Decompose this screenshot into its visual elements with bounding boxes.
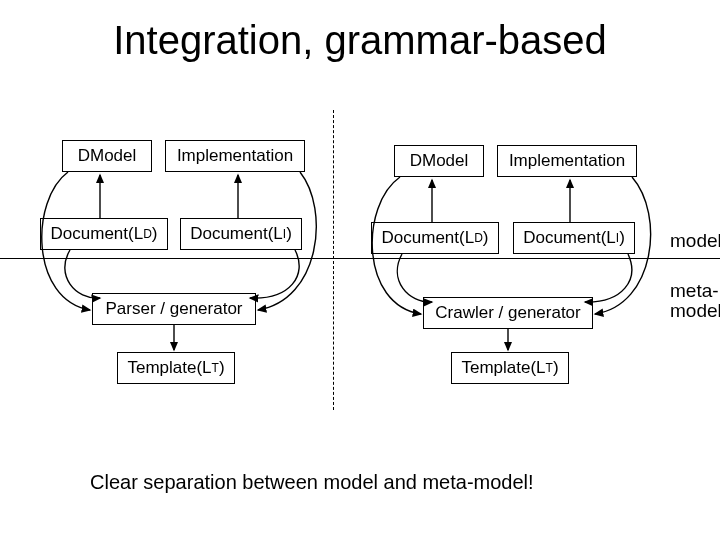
left-dmodel-label: DModel bbox=[78, 146, 137, 166]
right-dmodel-box: DModel bbox=[394, 145, 484, 177]
left-docd-post: ) bbox=[152, 224, 158, 244]
right-crawler-box: Crawler / generator bbox=[423, 297, 593, 329]
left-dmodel-box: DModel bbox=[62, 140, 152, 172]
right-docd-pre: Document(L bbox=[382, 228, 475, 248]
left-docd-pre: Document(L bbox=[51, 224, 144, 244]
left-impl-box: Implementation bbox=[165, 140, 305, 172]
right-impl-box: Implementation bbox=[497, 145, 637, 177]
right-tmpl-pre: Template(L bbox=[461, 358, 545, 378]
left-docd-box: Document(LD) bbox=[40, 218, 168, 250]
right-docd-box: Document(LD) bbox=[371, 222, 499, 254]
left-docd-sub: D bbox=[143, 227, 152, 241]
right-tmpl-sub: T bbox=[546, 361, 553, 375]
right-crawler-label: Crawler / generator bbox=[435, 303, 581, 323]
right-doci-pre: Document(L bbox=[523, 228, 616, 248]
page-title: Integration, grammar-based bbox=[0, 18, 720, 63]
vertical-dashed-divider bbox=[333, 110, 334, 410]
left-template-box: Template(LT) bbox=[117, 352, 235, 384]
right-impl-label: Implementation bbox=[509, 151, 625, 171]
right-dmodel-label: DModel bbox=[410, 151, 469, 171]
right-docd-post: ) bbox=[483, 228, 489, 248]
left-parser-label: Parser / generator bbox=[105, 299, 242, 319]
left-doci-box: Document(LI) bbox=[180, 218, 302, 250]
left-doci-pre: Document(L bbox=[190, 224, 283, 244]
left-tmpl-post: ) bbox=[219, 358, 225, 378]
horizontal-rule bbox=[0, 258, 720, 259]
label-metamodel-line2: model bbox=[670, 300, 720, 322]
arrows-layer bbox=[0, 0, 720, 540]
label-model: model bbox=[670, 230, 720, 252]
right-template-box: Template(LT) bbox=[451, 352, 569, 384]
left-impl-label: Implementation bbox=[177, 146, 293, 166]
right-doci-post: ) bbox=[619, 228, 625, 248]
right-doci-box: Document(LI) bbox=[513, 222, 635, 254]
left-doci-post: ) bbox=[286, 224, 292, 244]
label-metamodel-line1: meta- bbox=[670, 280, 719, 302]
left-tmpl-sub: T bbox=[212, 361, 219, 375]
right-docd-sub: D bbox=[474, 231, 483, 245]
footer-text: Clear separation between model and meta-… bbox=[90, 471, 534, 494]
left-parser-box: Parser / generator bbox=[92, 293, 256, 325]
left-tmpl-pre: Template(L bbox=[127, 358, 211, 378]
right-tmpl-post: ) bbox=[553, 358, 559, 378]
